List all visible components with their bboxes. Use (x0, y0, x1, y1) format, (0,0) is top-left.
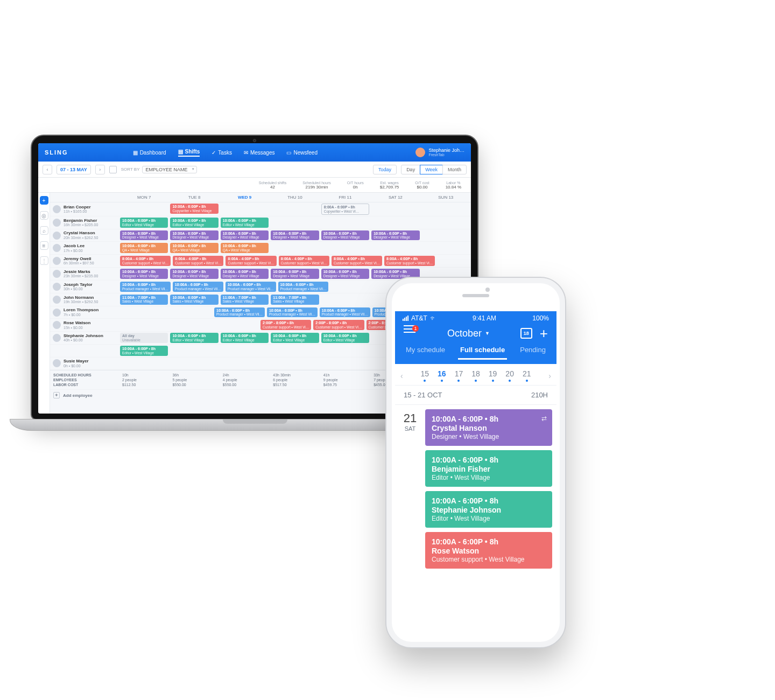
shift-slot[interactable]: 8:00A - 4:00P • 8hCustomer support • Wes… (172, 255, 224, 267)
shift-chip[interactable]: 8:00A - 4:00P • 8hCustomer support • Wes… (279, 256, 329, 266)
shift-slot[interactable] (370, 216, 420, 229)
day-header[interactable]: MON 7 (119, 195, 169, 200)
day-pill[interactable]: 17 (455, 369, 463, 382)
shift-slot[interactable]: 10:00A - 6:00P • 8hSales • West Village (169, 293, 219, 306)
shift-slot[interactable] (270, 216, 320, 229)
select-all-checkbox[interactable] (109, 166, 117, 173)
shift-chip[interactable]: 10:00A - 6:00P • 8hSales • West Village (170, 295, 218, 305)
shift-chip[interactable]: 8:00A - 6:00P • 8hCopywriter • West Vi… (321, 204, 369, 215)
user-menu[interactable]: Stephanie Joh… FreshTab (415, 148, 464, 157)
shift-chip[interactable]: 10:00A - 6:00P • 8hDesigner • West Villa… (221, 269, 269, 279)
employee-cell[interactable]: John Normann19h 30min • $292.50 (50, 293, 119, 306)
shift-chip[interactable]: 10:00A - 6:00P • 8hDesigner • West Villa… (271, 230, 319, 241)
shift-slot[interactable] (421, 242, 471, 254)
nav-tasks[interactable]: ✓Tasks (212, 150, 232, 156)
add-shift-button[interactable]: + (540, 326, 548, 340)
shift-slot[interactable] (169, 345, 219, 357)
employee-cell[interactable]: Loren Thompson7h • $0.00 (50, 306, 119, 319)
shift-chip[interactable]: All dayUnavailable (120, 333, 168, 343)
shift-slot[interactable]: 10:00A - 6:00P • 8hCopywriter • West Vil… (169, 202, 219, 216)
swap-icon[interactable]: ⇄ (541, 415, 547, 422)
tab-pending[interactable]: Pending (518, 344, 548, 360)
day-pill[interactable]: 15 (420, 369, 429, 382)
shift-slot[interactable] (270, 202, 320, 216)
shift-slot[interactable]: 10:00A - 6:00P • 8hEditor • West Village (119, 216, 169, 229)
shift-slot[interactable]: 11:00A - 7:00P • 8hSales • West Village (270, 293, 320, 306)
shift-slot[interactable]: 8:00A - 6:00P • 8hCopywriter • West Vi… (320, 202, 370, 216)
shift-slot[interactable]: 10:00A - 6:00P • 8hProduct manager • Wes… (119, 281, 172, 293)
shift-chip[interactable]: 2:00P - 8:00P • 8hCustomer support • Wes… (260, 320, 311, 330)
shift-slot[interactable] (320, 358, 370, 369)
shift-slot[interactable]: 10:00A - 6:00P • 8hQA • West Village (169, 242, 219, 254)
shift-card[interactable]: 10:00A - 6:00P • 8h Benjamin Fisher Edit… (425, 450, 552, 487)
next-week-button[interactable]: › (95, 165, 105, 174)
day-pill[interactable]: 21 (523, 369, 531, 382)
shift-slot[interactable]: 10:00A - 6:00P • 8hDesigner • West Villa… (169, 268, 219, 280)
day-header[interactable]: WED 9 (220, 195, 270, 200)
shift-slot[interactable]: 2:00P - 8:00P • 8hCustomer support • Wes… (312, 319, 365, 331)
shift-card[interactable]: 10:00A - 6:00P • 8h Rose Watson Customer… (425, 532, 552, 569)
shift-slot[interactable] (320, 293, 370, 306)
day-pill[interactable]: 16 (438, 369, 446, 382)
shift-chip[interactable]: 10:00A - 6:00P • 8hDesigner • West Villa… (170, 269, 218, 279)
day-header[interactable]: SAT 12 (370, 195, 420, 200)
shift-slot[interactable] (166, 306, 214, 319)
shift-chip[interactable]: 10:00A - 6:00P • 8hDesigner • West Villa… (321, 269, 369, 279)
shift-chip[interactable]: 10:00A - 6:00P • 8hCopywriter • West Vil… (170, 204, 218, 214)
prev-week-button[interactable]: ‹ (43, 165, 52, 174)
shift-slot[interactable] (320, 216, 370, 229)
shift-chip[interactable]: 10:00A - 6:00P • 8hProduct manager • Wes… (320, 307, 370, 318)
shift-slot[interactable]: 10:00A - 6:00P • 8hProduct manager • Wes… (266, 306, 319, 319)
nav-shifts[interactable]: ▤Shifts (178, 149, 200, 157)
shift-slot[interactable]: 11:00A - 7:00P • 8hSales • West Village (119, 293, 169, 306)
shift-chip[interactable]: 10:00A - 6:00P • 8hEditor • West Village (221, 218, 269, 228)
view-week[interactable]: Week (420, 165, 443, 174)
shift-chip[interactable]: 10:00A - 6:00P • 8hDesigner • West Villa… (120, 269, 168, 279)
shift-chip[interactable]: 10:00A - 6:00P • 8hProduct manager • Wes… (214, 307, 265, 318)
employee-cell[interactable]: Brian Cooper11h • $165.00 (50, 202, 119, 216)
shift-slot[interactable]: 10:00A - 6:00P • 8hQA • West Village (119, 242, 169, 254)
shift-chip[interactable]: 10:00A - 6:00P • 8hProduct manager • Wes… (226, 282, 276, 292)
shift-chip[interactable]: 10:00A - 6:00P • 8hEditor • West Village (321, 333, 369, 343)
shift-slot[interactable] (169, 358, 219, 369)
shift-chip[interactable]: 8:00A - 4:00P • 8hCustomer support • Wes… (384, 256, 435, 266)
shift-slot[interactable]: 10:00A - 6:00P • 8hEditor • West Village (220, 216, 270, 229)
shift-slot[interactable] (421, 216, 471, 229)
shift-slot[interactable]: 10:00A - 6:00P • 8hEditor • West Village (169, 216, 219, 229)
shift-chip[interactable]: 10:00A - 6:00P • 8hEditor • West Village (271, 333, 319, 343)
nav-newsfeed[interactable]: ▭Newsfeed (286, 150, 317, 156)
shift-slot[interactable] (320, 345, 370, 357)
employee-cell[interactable]: Susie Mayer0h • $0.00 (50, 358, 119, 369)
shift-slot[interactable]: 10:00A - 6:00P • 8hEditor • West Village (270, 332, 320, 344)
today-button[interactable]: Today (373, 165, 397, 174)
day-pill[interactable]: 20 (505, 369, 514, 382)
shift-chip[interactable]: 10:00A - 6:00P • 8hEditor • West Village (221, 333, 269, 343)
shift-slot[interactable] (119, 306, 166, 319)
shift-slot[interactable]: 10:00A - 6:00P • 8hDesigner • West Villa… (370, 229, 420, 242)
shift-chip[interactable]: 10:00A - 6:00P • 8hDesigner • West Villa… (371, 230, 419, 241)
calendar-icon[interactable]: 18 (520, 328, 532, 339)
shift-chip[interactable]: 2:00P - 8:00P • 8hCustomer support • Wes… (313, 320, 364, 330)
shift-slot[interactable] (320, 242, 370, 254)
shift-slot[interactable]: 10:00A - 6:00P • 8hDesigner • West Villa… (320, 268, 370, 280)
shift-chip[interactable]: 8:00A - 4:00P • 8hCustomer support • Wes… (120, 256, 171, 266)
shift-slot[interactable]: 2:00P - 8:00P • 8hCustomer support • Wes… (259, 319, 312, 331)
shift-chip[interactable]: 8:00A - 4:00P • 8hCustomer support • Wes… (332, 256, 382, 266)
shift-slot[interactable]: 10:00A - 6:00P • 8hEditor • West Village (220, 332, 270, 344)
shift-slot[interactable]: All dayUnavailable (119, 332, 169, 344)
date-range[interactable]: 07 - 13 MAY (57, 165, 91, 174)
shift-slot[interactable] (213, 319, 259, 331)
employee-cell[interactable]: Jacob Lee17h • $0.00 (50, 242, 119, 254)
shift-slot[interactable] (421, 229, 471, 242)
shift-slot[interactable] (119, 358, 169, 369)
employee-cell[interactable]: Joseph Taylor30h • $0.00 (50, 281, 119, 293)
shift-chip[interactable]: 10:00A - 6:00P • 8hDesigner • West Villa… (321, 230, 369, 241)
shift-slot[interactable]: 10:00A - 6:00P • 8hDesigner • West Villa… (119, 229, 169, 242)
employee-cell[interactable]: Jessie Marks23h 30min • $235.00 (50, 268, 119, 280)
shift-slot[interactable] (220, 345, 270, 357)
shift-slot[interactable] (119, 202, 169, 216)
employee-cell[interactable]: Jeremy Owell6h 30min • $97.50 (50, 255, 119, 267)
shift-slot[interactable] (270, 345, 320, 357)
shift-slot[interactable]: 10:00A - 6:00P • 8hDesigner • West Villa… (320, 229, 370, 242)
shift-slot[interactable]: 10:00A - 6:00P • 8hProduct manager • Wes… (224, 281, 277, 293)
